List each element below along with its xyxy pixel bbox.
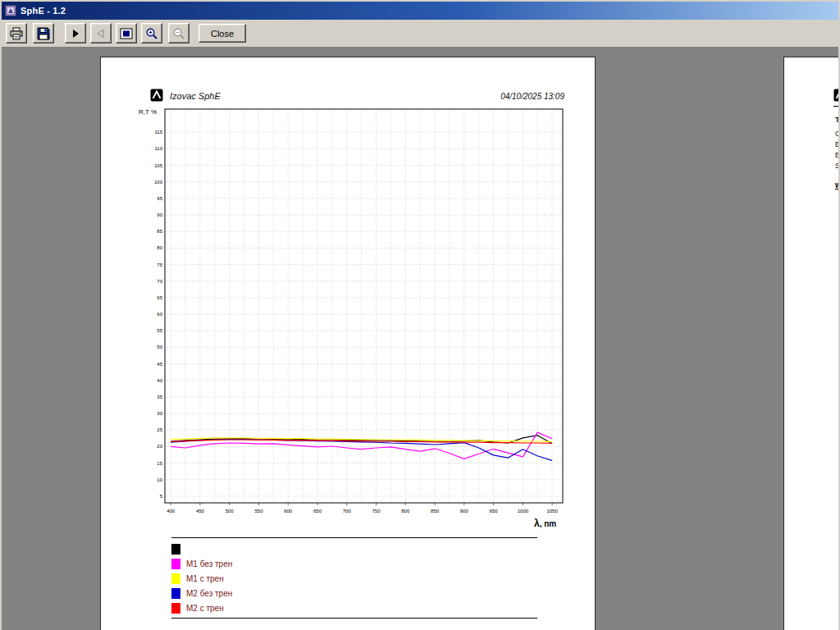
- page-view-icon: [120, 28, 133, 39]
- izovac-logo-icon: [150, 89, 163, 105]
- previous-page-button[interactable]: [90, 23, 112, 43]
- zoom-in-icon: [145, 27, 158, 40]
- svg-text:55: 55: [157, 328, 162, 333]
- legend-label: M2 без трен: [186, 589, 232, 598]
- legend-color-swatch: [171, 603, 180, 614]
- zoom-out-button[interactable]: [168, 23, 189, 43]
- legend-color-swatch: [171, 544, 180, 555]
- svg-text:850: 850: [431, 509, 440, 514]
- save-button[interactable]: [33, 23, 54, 43]
- legend-color-swatch: [171, 559, 180, 569]
- legend-row: M2 с трен: [171, 600, 537, 615]
- legend-row: M2 без трен: [171, 586, 537, 600]
- legend-color-swatch: [171, 588, 180, 599]
- svg-text:5: 5: [160, 494, 163, 499]
- report-page: Izovac SphE 04/10/2025 13:09 R,T % 51015…: [100, 57, 596, 630]
- svg-text:400: 400: [167, 509, 176, 514]
- toolbar: Close: [2, 20, 838, 48]
- svg-text:900: 900: [460, 509, 469, 514]
- print-button[interactable]: [6, 23, 27, 43]
- svg-text:1000: 1000: [518, 509, 529, 514]
- x-axis-label: λ, nm: [534, 518, 556, 529]
- report-app-name: Izovac SphE: [170, 91, 221, 101]
- chart-svg: 5101520253035404550556065707580859095100…: [132, 105, 579, 532]
- next-page-button[interactable]: [65, 23, 86, 43]
- titlebar[interactable]: SphE - 1.2: [2, 2, 838, 20]
- header-rule: [833, 106, 838, 107]
- svg-text:950: 950: [490, 509, 499, 514]
- legend-label: M1 без трен: [186, 559, 232, 568]
- svg-text:750: 750: [372, 509, 381, 514]
- legend-color-swatch: [171, 573, 180, 584]
- legend-row: M1 без трен: [171, 556, 537, 571]
- svg-text:60: 60: [157, 312, 162, 317]
- svg-text:20: 20: [157, 444, 162, 449]
- svg-text:600: 600: [284, 509, 293, 514]
- svg-text:650: 650: [313, 509, 322, 514]
- legend-row: M1 с трен: [171, 571, 537, 586]
- lambda-symbol: λ: [534, 518, 540, 529]
- next-report-page: TCEES w: [783, 57, 838, 630]
- zoom-in-button[interactable]: [141, 23, 162, 43]
- svg-text:700: 700: [343, 509, 352, 514]
- svg-text:70: 70: [157, 279, 162, 284]
- svg-text:450: 450: [196, 509, 205, 514]
- svg-text:10: 10: [157, 477, 162, 482]
- svg-text:35: 35: [157, 395, 162, 399]
- window-title: SphE - 1.2: [21, 6, 66, 16]
- whole-page-view-button[interactable]: [116, 23, 137, 43]
- izovac-logo-icon: [833, 89, 838, 105]
- next-page-text-line: S: [835, 161, 838, 171]
- zoom-out-icon: [172, 27, 185, 40]
- legend-label: M1 с трен: [186, 574, 224, 583]
- close-button-label: Close: [211, 29, 234, 39]
- svg-text:40: 40: [157, 378, 162, 383]
- svg-text:95: 95: [157, 196, 162, 201]
- printer-icon: [9, 27, 24, 40]
- svg-text:25: 25: [157, 427, 162, 432]
- next-page-lines: TCEES: [835, 115, 838, 171]
- svg-text:110: 110: [154, 146, 162, 151]
- svg-text:30: 30: [157, 411, 162, 416]
- legend-label: M2 с трен: [186, 604, 224, 613]
- next-page-text-line: T: [835, 115, 838, 126]
- svg-text:65: 65: [157, 295, 162, 300]
- svg-text:550: 550: [254, 509, 263, 514]
- back-previous-icon: [95, 28, 107, 39]
- play-next-icon: [70, 28, 81, 39]
- report-datetime: 04/10/2025 13:09: [466, 92, 564, 101]
- svg-text:115: 115: [154, 130, 162, 135]
- svg-text:1050: 1050: [546, 509, 558, 514]
- y-axis-label: R,T %: [139, 108, 157, 116]
- svg-text:105: 105: [154, 163, 163, 168]
- svg-text:75: 75: [157, 262, 162, 267]
- preview-area: Izovac SphE 04/10/2025 13:09 R,T % 51015…: [2, 48, 838, 630]
- svg-text:100: 100: [154, 180, 163, 185]
- floppy-disk-icon: [37, 27, 50, 40]
- svg-text:45: 45: [157, 362, 162, 367]
- website-link[interactable]: w: [835, 180, 838, 189]
- svg-text:90: 90: [157, 212, 162, 217]
- svg-text:800: 800: [401, 509, 410, 514]
- legend-row: [171, 541, 537, 556]
- svg-text:80: 80: [157, 245, 162, 250]
- legend-rows: M1 без тренM1 с тренM2 без тренM2 с трен: [171, 541, 537, 615]
- close-button[interactable]: Close: [199, 24, 246, 43]
- next-page-text-line: E: [835, 150, 838, 161]
- app-icon: [5, 5, 16, 16]
- svg-text:500: 500: [226, 509, 235, 514]
- svg-text:15: 15: [157, 461, 162, 466]
- svg-text:50: 50: [157, 345, 162, 349]
- next-page-text-line: E: [835, 139, 838, 150]
- svg-text:85: 85: [157, 229, 162, 234]
- chart-legend: M1 без тренM1 с тренM2 без тренM2 с трен: [171, 537, 537, 619]
- next-page-text-line: C: [835, 129, 838, 139]
